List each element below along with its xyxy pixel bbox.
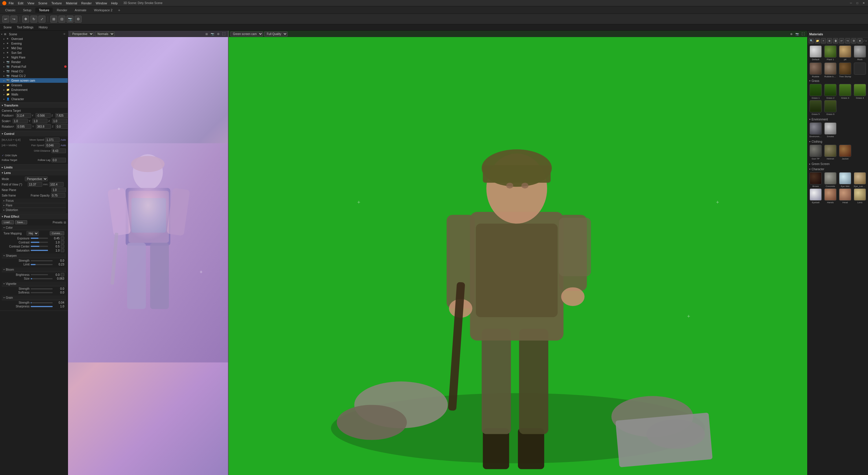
mat-item-rock[interactable]: Rock [853,46,867,61]
mat-new-btn[interactable]: + [821,38,826,43]
viewport-normals[interactable]: Perspective Normals ⊞ 📷 ⚙ ⛶ + + [68,31,228,475]
tree-character[interactable]: ▸ 👤 Character [0,97,68,101]
mat-item-jacket[interactable]: Jacket [838,145,852,160]
mat-item-grass4[interactable]: Grass 4 [853,84,867,99]
vignette-header[interactable]: ▾ Vignette [2,281,66,286]
sharpen-limit-track[interactable] [31,264,53,265]
toolbar-undo[interactable]: ↩ [2,16,9,23]
toolbar-scale[interactable]: ⤢ [38,16,45,23]
tree-grasses[interactable]: ▸ 📁 Grasses [0,83,68,87]
save-button[interactable]: Save... [15,220,27,224]
bloom-brightness-track[interactable] [31,274,48,275]
mat-item-head[interactable]: Head [838,188,852,204]
mat-item-brows[interactable]: Brows [809,172,823,187]
fov-deg-input[interactable] [28,182,42,187]
grass-category[interactable]: ▾ Grass [809,79,867,83]
load-button[interactable]: Load... [2,220,14,224]
vignette-softness-track[interactable] [31,292,53,293]
mat-item-pit[interactable]: pit [838,46,852,61]
limits-header[interactable]: ▸ Limits [0,165,68,170]
tab-texture[interactable]: Texture [35,7,53,13]
contrast-track[interactable] [31,242,48,243]
menu-view[interactable]: View [28,1,34,5]
viewport-greenscreen[interactable]: Green screen cam Full Quality ⊕ 📷 ⛶ + + … [228,31,807,475]
tab-animate[interactable]: Animate [71,7,90,13]
mat-item-concrete[interactable]: Concrete [824,172,837,187]
scale-x[interactable] [13,119,28,123]
menu-bar[interactable]: File Edit View Scene Texture Material Re… [9,1,118,5]
toolbar-settings[interactable]: ⚙ [75,16,82,23]
rotation-y[interactable] [36,124,51,129]
tab-scene[interactable]: Scene [1,25,14,30]
viewport-left-mode-select[interactable]: Normals [95,32,115,36]
mat-folder-btn[interactable]: 📁 [815,38,820,43]
tree-scene[interactable]: ▾ ⊞ Scene 👁 [0,32,68,36]
mat-copy-btn[interactable]: ⊕ [827,38,832,43]
grain-strength-track[interactable] [31,302,53,303]
tree-walls[interactable]: ▸ 📁 Walls [0,92,68,97]
move-speed-input[interactable] [45,138,60,142]
saturation-track[interactable] [31,250,48,251]
environment-category[interactable]: ▾ Environment [809,117,867,122]
flare-header[interactable]: ▸ Flare [2,203,66,208]
orbit-distance-input[interactable] [52,148,66,153]
tree-evening[interactable]: ▸ ☀ Evening [0,41,68,46]
tab-workspace2[interactable]: Workspace 2 [91,7,116,13]
position-z[interactable] [55,113,68,118]
tree-midday[interactable]: ▸ ☀ Mid Day [0,46,68,50]
mat-item-eyeball[interactable]: Eyeball [809,188,823,204]
mat-undo-btn[interactable]: ↩ [839,38,844,43]
distortion-header[interactable]: ▸ Distortion [2,208,66,212]
exposure-track[interactable] [31,238,48,239]
viewport-left-cam-select[interactable]: Perspective [70,32,94,36]
lens-header[interactable]: ▾ Lens [0,170,68,175]
menu-window[interactable]: Window [96,1,107,5]
toolbar-camera[interactable]: 📷 [66,16,73,23]
vignette-strength-track[interactable] [31,288,53,290]
toolbar-rotate[interactable]: ↻ [30,16,37,23]
viewport-left-fullscreen[interactable]: ⛶ [222,32,226,36]
mat-item-grass6[interactable]: Grass 6 [824,100,837,116]
post-effect-header[interactable]: ▾ Post Effect [0,214,68,219]
transform-header[interactable]: ▾ Transform [0,103,68,108]
mat-item-eyelashes[interactable]: Eye_Lashes (1) [853,172,867,187]
tab-tool-settings[interactable]: Tool Settings [14,25,36,30]
sharpen-header[interactable]: ▾ Sharpen [2,254,66,258]
tree-headcu[interactable]: ▸ 📷 Head CU [0,69,68,73]
tree-headcu2[interactable]: ▸ 📷 Head CU 2 [0,73,68,78]
tree-render[interactable]: ▸ 📷 Render [0,60,68,64]
mat-item-env[interactable]: Environment [809,122,823,138]
tree-portrait-full[interactable]: ▸ 📷 Portrait Full [0,64,68,69]
position-y[interactable] [36,113,51,118]
vis-icon[interactable]: 👁 [63,33,66,36]
menu-material[interactable]: Material [66,1,77,5]
tree-environment[interactable]: ▸ 📁 Environment [0,87,68,92]
mat-redo-btn[interactable]: ↪ [845,38,850,43]
mat-settings-btn[interactable]: ⚙ [851,38,857,43]
rotation-z[interactable] [56,124,68,129]
menu-help[interactable]: Help [111,1,118,5]
mat-item-rubblebase[interactable]: Rubble base [824,62,837,78]
window-controls[interactable]: ─ □ ✕ [849,1,866,5]
grain-sharpness-track[interactable] [31,306,53,307]
toolbar-redo[interactable]: ↪ [10,16,18,23]
mat-item-grass1[interactable]: Grass 1 [809,84,823,99]
follow-lag-input[interactable] [52,158,66,162]
mat-item-treestump[interactable]: Tree Stump [838,62,852,78]
mat-item-grass5[interactable]: Grass 5 [809,100,823,116]
clothing-category[interactable]: ▾ Clothing [809,140,867,144]
toolbar-transform[interactable]: ✥ [22,16,29,23]
mat-item-eyewet[interactable]: Eye Wet [838,172,852,187]
contrast-checkbox[interactable] [61,241,64,244]
mat-item-grass2[interactable]: Grass 2 [824,84,837,99]
close-button[interactable]: ✕ [862,1,866,5]
contrast-center-track[interactable] [31,246,48,247]
viewport-left-icon1[interactable]: ⊞ [205,32,209,36]
mat-item-lens[interactable]: Lens [853,188,867,204]
scale-y[interactable] [32,119,48,123]
mat-item-guntp[interactable]: Gun TP [809,145,823,160]
bloom-size-track[interactable] [31,278,53,279]
curves-button[interactable]: Curves... [50,231,64,235]
tree-sunset[interactable]: ▸ ☀ Sun Set [0,50,68,55]
tab-setup[interactable]: Setup [20,7,35,13]
